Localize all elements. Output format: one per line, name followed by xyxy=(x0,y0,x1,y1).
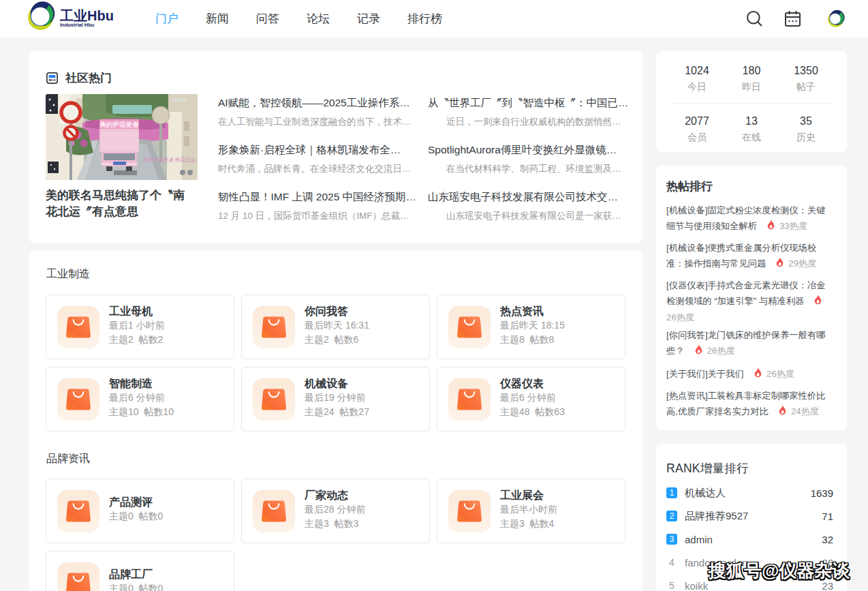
svg-text:MIDEA: MIDEA xyxy=(172,97,187,102)
svg-text:美的护花使者 南花北运: 美的护花使者 南花北运 xyxy=(143,157,196,163)
svg-text:美的护花使者: 美的护花使者 xyxy=(99,121,140,128)
